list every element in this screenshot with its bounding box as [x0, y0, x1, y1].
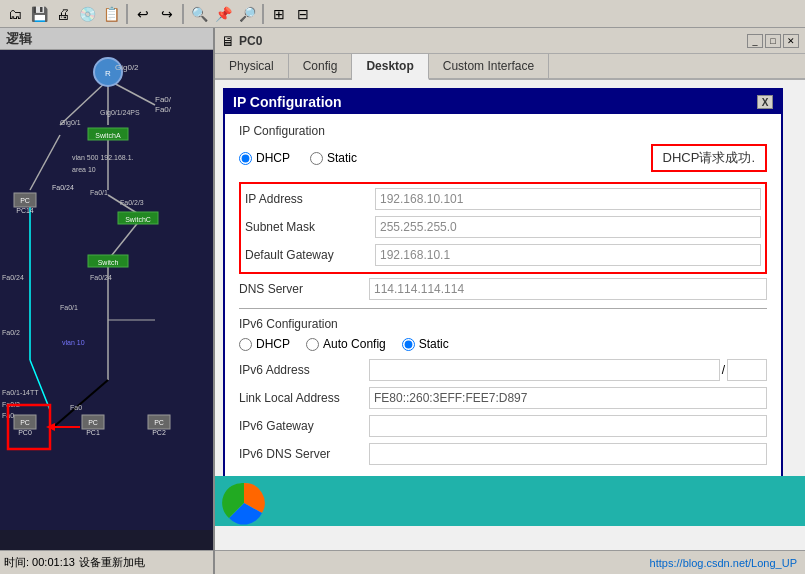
link-local-input[interactable]: [369, 387, 767, 409]
close-window-button[interactable]: ✕: [783, 34, 799, 48]
static-radio[interactable]: [310, 152, 323, 165]
subnet-mask-input[interactable]: [375, 216, 761, 238]
svg-text:PC: PC: [20, 419, 30, 426]
toolbar-icon-folder[interactable]: 🗂: [4, 3, 26, 25]
ip-config-title-bar: IP Configuration X: [225, 90, 781, 114]
svg-text:SwitchA: SwitchA: [95, 132, 121, 139]
svg-text:Gig0/1: Gig0/1: [60, 119, 81, 127]
gateway-row: Default Gateway: [245, 244, 761, 266]
ip-config-area: IP Configuration X IP Configuration DHCP: [215, 80, 805, 550]
static-label: Static: [327, 151, 357, 165]
toolbar-icon-inspect[interactable]: 📌: [212, 3, 234, 25]
ipv6-dhcp-option[interactable]: DHCP: [239, 337, 290, 351]
svg-text:Gig0/2: Gig0/2: [115, 63, 139, 72]
ipv6-autoconfig-option[interactable]: Auto Config: [306, 337, 386, 351]
ip-section-label: IP Configuration: [239, 124, 767, 138]
ipv6-autoconfig-radio[interactable]: [306, 338, 319, 351]
dhcp-label: DHCP: [256, 151, 290, 165]
svg-text:Fa0/24: Fa0/24: [2, 274, 24, 281]
svg-text:Fa0/1-14TT: Fa0/1-14TT: [2, 389, 39, 396]
ipv6-dhcp-radio[interactable]: [239, 338, 252, 351]
panel-header: 逻辑: [0, 28, 213, 50]
ip-config-close-button[interactable]: X: [757, 95, 773, 109]
ipv6-dns-row: IPv6 DNS Server: [239, 443, 767, 465]
svg-text:PC: PC: [154, 419, 164, 426]
ipv6-static-radio[interactable]: [402, 338, 415, 351]
svg-text:PC: PC: [88, 419, 98, 426]
toolbar-icon-redo[interactable]: ↪: [156, 3, 178, 25]
tab-desktop[interactable]: Desktop: [352, 54, 428, 80]
ipv6-static-label: Static: [419, 337, 449, 351]
svg-text:Fa0/1: Fa0/1: [90, 189, 108, 196]
static-option[interactable]: Static: [310, 151, 357, 165]
tabs-bar: Physical Config Desktop Custom Interface: [215, 54, 805, 80]
dhcp-success-badge: DHCP请求成功.: [651, 144, 767, 172]
tab-config[interactable]: Config: [289, 54, 353, 78]
pc-title-bar: 🖥 PC0 _ □ ✕: [215, 28, 805, 54]
ipv6-dns-input[interactable]: [369, 443, 767, 465]
svg-text:vlan 500 192.168.1.: vlan 500 192.168.1.: [72, 154, 134, 161]
toolbar: 🗂 💾 🖨 💿 📋 ↩ ↪ 🔍 📌 🔎 ⊞ ⊟: [0, 0, 805, 28]
svg-text:PC2: PC2: [152, 429, 166, 436]
svg-text:Fa0/: Fa0/: [155, 95, 172, 104]
svg-text:Fa0/2: Fa0/2: [2, 329, 20, 336]
ipv6-autoconfig-label: Auto Config: [323, 337, 386, 351]
svg-text:Switch: Switch: [98, 259, 119, 266]
ipv6-dns-label: IPv6 DNS Server: [239, 447, 369, 461]
toolbar-sep-1: [126, 4, 128, 24]
tab-custom-interface[interactable]: Custom Interface: [429, 54, 549, 78]
pc-title-icon: 🖥: [221, 33, 235, 49]
toolbar-sep-2: [182, 4, 184, 24]
svg-text:area 10: area 10: [72, 166, 96, 173]
ipv6-address-row: IPv6 Address /: [239, 359, 767, 381]
svg-text:Fa0/1: Fa0/1: [60, 304, 78, 311]
ip-address-input[interactable]: [375, 188, 761, 210]
panel-title: 逻辑: [6, 30, 32, 48]
subnet-mask-label: Subnet Mask: [245, 220, 375, 234]
svg-line-4: [30, 135, 60, 190]
dns-label: DNS Server: [239, 282, 369, 296]
toolbar-icon-grid1[interactable]: ⊞: [268, 3, 290, 25]
maximize-button[interactable]: □: [765, 34, 781, 48]
svg-text:PC0: PC0: [18, 429, 32, 436]
dns-row: DNS Server: [239, 278, 767, 300]
network-canvas[interactable]: R SwitchA SwitchC Switch PC PC14 PC PC0: [0, 50, 215, 530]
toolbar-icon-save[interactable]: 💾: [28, 3, 50, 25]
blog-url: https://blog.csdn.net/Long_UP: [650, 557, 797, 569]
toolbar-icon-filter[interactable]: 🔎: [236, 3, 258, 25]
ipv6-gateway-input[interactable]: [369, 415, 767, 437]
toolbar-icon-undo[interactable]: ↩: [132, 3, 154, 25]
toolbar-icon-search[interactable]: 🔍: [188, 3, 210, 25]
svg-text:SwitchC: SwitchC: [125, 216, 151, 223]
toolbar-icon-copy[interactable]: 📋: [100, 3, 122, 25]
svg-text:Fa0/24: Fa0/24: [52, 184, 74, 191]
ipv6-prefix-input[interactable]: [727, 359, 767, 381]
ip-config-dialog: IP Configuration X IP Configuration DHCP: [223, 88, 783, 483]
dhcp-option[interactable]: DHCP: [239, 151, 290, 165]
ip-address-row: IP Address: [245, 188, 761, 210]
toolbar-icon-grid2[interactable]: ⊟: [292, 3, 314, 25]
svg-text:Fa0/24: Fa0/24: [90, 274, 112, 281]
minimize-button[interactable]: _: [747, 34, 763, 48]
svg-text:PC1: PC1: [86, 429, 100, 436]
section-divider: [239, 308, 767, 309]
ipv6-slash: /: [722, 363, 725, 377]
status-action: 设备重新加电: [79, 555, 145, 570]
svg-text:Fa0/2/3: Fa0/2/3: [120, 199, 144, 206]
ipv6-static-option[interactable]: Static: [402, 337, 449, 351]
tab-physical[interactable]: Physical: [215, 54, 289, 78]
toolbar-icon-floppy[interactable]: 💿: [76, 3, 98, 25]
svg-text:Fa0/: Fa0/: [155, 105, 172, 114]
toolbar-sep-3: [262, 4, 264, 24]
status-bar: 时间: 00:01:13 设备重新加电: [0, 550, 215, 574]
gateway-label: Default Gateway: [245, 248, 375, 262]
status-time: 时间: 00:01:13: [4, 555, 75, 570]
link-local-label: Link Local Address: [239, 391, 369, 405]
gateway-input[interactable]: [375, 244, 761, 266]
toolbar-icon-print[interactable]: 🖨: [52, 3, 74, 25]
svg-text:R: R: [105, 69, 111, 78]
ipv6-address-input[interactable]: [369, 359, 720, 381]
dhcp-radio[interactable]: [239, 152, 252, 165]
svg-text:Gig0/1/24PS: Gig0/1/24PS: [100, 109, 140, 117]
dns-input[interactable]: [369, 278, 767, 300]
